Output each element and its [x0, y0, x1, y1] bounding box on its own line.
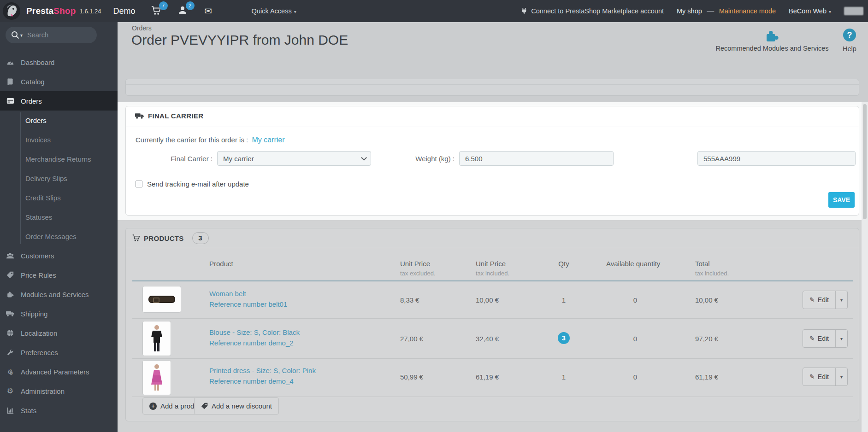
topbar: PrestaShop 1.6.1.24 Demo 7 2 ✉ Quick Acc…: [0, 0, 868, 22]
redacted-shop-url: [844, 7, 863, 15]
product-reference-link[interactable]: Reference number demo_4: [209, 377, 316, 385]
product-name-link[interactable]: Printed dress - Size: S, Color: Pink: [209, 367, 316, 374]
globe-icon: [5, 329, 15, 337]
blouse-image: [150, 325, 164, 352]
final-carrier-panel-title: FINAL CARRIER: [135, 112, 203, 120]
product-thumbnail[interactable]: [142, 286, 181, 313]
sidebar-item-dashboard[interactable]: Dashboard: [0, 53, 118, 72]
send-tracking-email-checkbox[interactable]: [136, 181, 142, 187]
tag-icon: [5, 271, 15, 279]
search-input[interactable]: [27, 31, 87, 39]
sidebar-item-catalog[interactable]: Catalog: [0, 72, 118, 91]
products-panel: PRODUCTS 3 Product Unit Price tax exclud…: [125, 228, 859, 421]
product-thumbnail[interactable]: [142, 360, 171, 395]
puzzle-icon: [765, 29, 779, 43]
products-count-badge: 3: [192, 232, 209, 244]
product-reference-link[interactable]: Reference number belt01: [209, 300, 287, 308]
sidebar-item-administration[interactable]: ⚙ Administration: [0, 381, 118, 401]
pencil-icon: ✎: [809, 296, 815, 304]
puzzle-icon: [5, 290, 15, 298]
current-carrier-link[interactable]: My carrier: [252, 136, 284, 144]
column-total: Total: [695, 260, 710, 268]
edit-dropdown-caret[interactable]: ▾: [835, 368, 847, 385]
unit-price-incl: 32,40 €: [476, 335, 499, 343]
edit-button[interactable]: ✎Edit ▾: [803, 291, 848, 309]
total-price: 10,00 €: [695, 296, 718, 304]
sidebar-search[interactable]: ▾: [6, 27, 97, 43]
brand-name[interactable]: PrestaShop: [26, 6, 76, 16]
sidebar-menu: Dashboard Catalog Orders Orders Invoices…: [0, 53, 118, 420]
sidebar-item-modules[interactable]: Modules and Services: [0, 285, 118, 304]
weight-input[interactable]: [459, 151, 614, 166]
edit-button[interactable]: ✎Edit ▾: [803, 368, 848, 386]
scrollbar[interactable]: [862, 102, 868, 432]
unit-price-excl: 50,99 €: [400, 373, 423, 381]
product-name-link[interactable]: Woman belt: [209, 290, 287, 298]
recommended-modules-button[interactable]: Recommended Modules and Services: [712, 29, 832, 52]
people-icon: [5, 251, 15, 260]
column-unit-price-incl: Unit Price: [476, 260, 506, 268]
page-header-zone: Orders Order PVEVYYIPR from John DOE Rec…: [118, 22, 868, 102]
cart-count-badge: 7: [159, 1, 168, 10]
help-button[interactable]: ? Help: [837, 29, 862, 53]
cart-icon[interactable]: 7: [151, 6, 162, 17]
messages-icon[interactable]: ✉: [205, 6, 216, 17]
unit-price-incl: 61,19 €: [476, 373, 499, 381]
breadcrumb[interactable]: Orders: [132, 24, 152, 32]
chevron-down-icon: ▾: [829, 9, 831, 14]
my-shop-link[interactable]: My shop: [677, 7, 702, 15]
final-carrier-select[interactable]: My carrier: [217, 151, 371, 166]
quick-access-menu[interactable]: Quick Access▾: [252, 7, 296, 15]
submenu-item-order-messages[interactable]: Order Messages: [0, 227, 118, 246]
customers-icon[interactable]: 2: [178, 6, 189, 17]
customers-count-badge: 2: [186, 1, 195, 10]
prestashop-logo-icon[interactable]: [2, 2, 21, 20]
plug-icon: [520, 7, 528, 15]
submenu-item-invoices[interactable]: Invoices: [0, 130, 118, 149]
add-discount-button[interactable]: Add a new discount: [194, 397, 279, 414]
sidebar-item-orders[interactable]: Orders: [0, 91, 118, 111]
product-name-link[interactable]: Blouse - Size: S, Color: Black: [209, 328, 300, 336]
column-qty: Qty: [541, 260, 587, 268]
search-icon: [11, 31, 19, 39]
tags-icon: [201, 403, 208, 409]
submenu-item-statuses[interactable]: Statuses: [0, 207, 118, 227]
available-quantity: 0: [596, 373, 674, 381]
maintenance-mode-label: Maintenance mode: [719, 7, 776, 15]
sidebar-item-stats[interactable]: Stats: [0, 401, 118, 420]
submenu-item-orders[interactable]: Orders: [0, 111, 118, 130]
submenu-item-credit-slips[interactable]: Credit Slips: [0, 188, 118, 207]
product-thumbnail[interactable]: [142, 321, 171, 356]
sidebar-item-shipping[interactable]: Shipping: [0, 304, 118, 323]
available-quantity: 0: [596, 335, 674, 343]
marketplace-link[interactable]: Connect to PrestaShop Marketplace accoun…: [520, 7, 664, 15]
total-price: 97,20 €: [695, 335, 718, 343]
table-row: Printed dress - Size: S, Color: Pink Ref…: [126, 358, 860, 397]
store-name[interactable]: Demo: [113, 6, 136, 16]
chevron-down-icon: [361, 155, 367, 161]
unit-price-excl: 27,00 €: [400, 335, 423, 343]
chevron-down-icon: ▾: [294, 9, 296, 14]
submenu-item-delivery-slips[interactable]: Delivery Slips: [0, 169, 118, 188]
weight-label: Weight (kg) :: [385, 155, 455, 163]
sidebar-item-preferences[interactable]: Preferences: [0, 343, 118, 362]
sidebar-item-localization[interactable]: Localization: [0, 323, 118, 343]
sidebar-item-advanced-parameters[interactable]: ⚙⚙ Advanced Parameters: [0, 362, 118, 381]
final-carrier-label: Final Carrier :: [144, 155, 213, 163]
submenu-item-merchandise-returns[interactable]: Merchandise Returns: [0, 149, 118, 169]
edit-dropdown-caret[interactable]: ▾: [835, 291, 847, 309]
tracking-number-input[interactable]: [697, 151, 856, 166]
search-type-caret-icon[interactable]: ▾: [20, 33, 23, 38]
cart-icon: [132, 234, 140, 242]
quantity-badge: 3: [558, 332, 570, 344]
user-menu[interactable]: BeCom Web▾: [789, 7, 831, 15]
edit-button[interactable]: ✎Edit ▾: [803, 329, 848, 348]
sidebar-item-customers[interactable]: Customers: [0, 246, 118, 265]
product-reference-link[interactable]: Reference number demo_2: [209, 339, 300, 347]
available-quantity: 0: [596, 296, 674, 304]
edit-dropdown-caret[interactable]: ▾: [835, 330, 847, 347]
version-label: 1.6.1.24: [80, 8, 101, 15]
save-button[interactable]: SAVE: [828, 192, 855, 208]
scrollbar-thumb[interactable]: [863, 104, 867, 219]
sidebar-item-price-rules[interactable]: Price Rules: [0, 265, 118, 285]
